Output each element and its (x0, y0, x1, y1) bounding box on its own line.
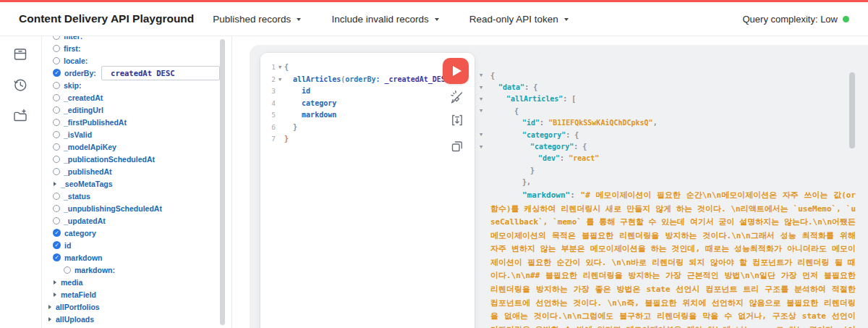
explorer-field-metafield[interactable]: metaField (42, 288, 220, 300)
prettify-icon[interactable] (449, 89, 465, 105)
explorer-field-publishedat[interactable]: _publishedAt (42, 165, 220, 177)
explorer-field-isvalid[interactable]: _isValid (42, 128, 220, 140)
code-token: allArticles (284, 74, 341, 86)
explorer-field-updatedat[interactable]: _updatedAt (42, 214, 220, 227)
json-key: "id" (522, 119, 540, 127)
radio-icon[interactable] (53, 131, 60, 138)
menu-include-invalid-records[interactable]: Include invalid records (331, 14, 438, 25)
panel-divider (231, 36, 232, 328)
json-punct: } (530, 167, 535, 174)
explorer-arg-skip[interactable]: skip: (42, 79, 220, 91)
explorer-field-publicationscheduledat[interactable]: _publicationScheduledAt (42, 153, 220, 165)
fold-spacer (276, 98, 284, 110)
explorer-field-editingurl[interactable]: _editingUrl (42, 104, 220, 116)
fold-arrow-icon[interactable]: ▼ (480, 72, 490, 78)
menu-api-token[interactable]: Read-only API token (469, 14, 569, 25)
explorer-field-id[interactable]: ✓id (42, 239, 220, 251)
explorer-arg-markdown[interactable]: markdown: (42, 264, 220, 276)
field-label: _seoMetaTags (61, 180, 113, 188)
radio-icon[interactable] (53, 193, 60, 200)
explorer-field-modelapikey[interactable]: _modelApiKey (42, 140, 220, 153)
explorer-arg-locale[interactable]: locale: (42, 54, 220, 67)
radio-icon[interactable] (53, 168, 60, 175)
menu-published-records[interactable]: Published records (213, 14, 301, 25)
checked-radio-icon[interactable]: ✓ (53, 69, 61, 77)
json-punct: [ (571, 95, 576, 103)
explorer-field-article[interactable]: article (42, 325, 220, 328)
merge-fragments-icon[interactable] (449, 112, 465, 128)
json-key: "allArticles" (506, 95, 563, 103)
query-editor-card[interactable]: 1▼{ 2▼ allArticles(orderBy: _createdAt_D… (260, 53, 475, 328)
expand-arrow-icon[interactable] (54, 293, 56, 297)
radio-icon[interactable] (53, 217, 60, 224)
fold-arrow-icon[interactable]: ▼ (276, 62, 284, 74)
chevron-down-icon (435, 18, 439, 21)
markdown-value-block: "markdown": "# 메모이제이션이 필요한 순간\n\n메모이제이션은… (490, 189, 856, 328)
fold-spacer (276, 85, 284, 98)
explorer-field-firstpublishedat[interactable]: _firstPublishedAt (42, 116, 220, 128)
history-icon[interactable] (12, 77, 28, 93)
checked-radio-icon[interactable]: ✓ (53, 241, 61, 249)
json-punct: { (574, 131, 579, 139)
saved-queries-folder-icon[interactable] (12, 108, 28, 124)
explorer-field-alluploads[interactable]: allUploads (42, 313, 220, 325)
fold-arrow-icon[interactable]: ▼ (480, 108, 490, 114)
editor-line: 7} (260, 133, 475, 146)
response-viewer: ▼{ ▼"data": { ▼"allArticles": [ ▼{ "id":… (480, 70, 857, 328)
fold-arrow-icon[interactable]: ▼ (480, 144, 490, 150)
radio-icon[interactable] (53, 82, 60, 89)
radio-icon[interactable] (53, 45, 60, 52)
code-token: } (284, 122, 297, 134)
explorer-field-createdat[interactable]: _createdAt (42, 91, 220, 104)
explorer-field-allportfolios[interactable]: allPortfolios (42, 300, 220, 313)
explorer-field-unpublishingscheduledat[interactable]: _unpublishingScheduledAt (42, 202, 220, 214)
explorer-field-media[interactable]: media (42, 276, 220, 288)
fold-arrow-icon[interactable]: ▼ (480, 132, 490, 138)
explorer-field-status[interactable]: _status (42, 190, 220, 202)
fold-arrow-icon[interactable]: ▼ (480, 96, 490, 102)
left-rail (0, 36, 42, 328)
expand-arrow-icon[interactable] (48, 317, 51, 321)
radio-icon[interactable] (53, 106, 60, 114)
explorer-field-seometatags[interactable]: _seoMetaTags (42, 177, 220, 190)
radio-icon[interactable] (53, 94, 60, 101)
fold-arrow-icon[interactable]: ▼ (276, 74, 284, 86)
code-token: } (284, 133, 289, 146)
explorer-arg-first[interactable]: first: (42, 42, 220, 54)
radio-icon[interactable] (53, 205, 60, 212)
docs-explorer-icon[interactable] (12, 46, 28, 62)
radio-icon[interactable] (53, 156, 60, 163)
radio-icon[interactable] (53, 119, 60, 126)
expand-arrow-icon[interactable] (48, 305, 51, 309)
expand-arrow-icon[interactable] (54, 280, 56, 285)
execute-query-button[interactable] (443, 58, 469, 84)
explorer-scrollbar[interactable] (220, 39, 225, 325)
copy-query-icon[interactable] (449, 138, 465, 154)
code-token: markdown (284, 109, 336, 122)
checked-radio-icon[interactable]: ✓ (53, 229, 61, 237)
radio-icon[interactable] (53, 57, 60, 64)
menu-label: Read-only API token (469, 14, 558, 25)
json-row: ▼{ (480, 70, 857, 81)
explorer-field-category[interactable]: ✓category (42, 227, 220, 239)
response-scrollbar[interactable] (849, 72, 855, 148)
code-token: category (284, 98, 336, 110)
radio-icon[interactable] (64, 266, 71, 274)
explorer-arg-filter[interactable]: filter: (42, 36, 220, 42)
checked-radio-icon[interactable]: ✓ (53, 253, 61, 261)
json-punct: : (574, 143, 582, 151)
fold-arrow-icon[interactable]: ▼ (480, 85, 490, 91)
query-complexity: Query complexity: Low (743, 14, 850, 25)
orderby-value-input[interactable] (101, 66, 220, 80)
line-number: 1 (260, 62, 276, 74)
json-punct: { (582, 143, 587, 151)
expand-arrow-icon[interactable] (54, 182, 56, 186)
explorer-arg-orderby[interactable]: ✓ orderBy: (42, 67, 220, 79)
explorer-field-markdown[interactable]: ✓markdown (42, 251, 220, 264)
line-number: 4 (260, 98, 276, 110)
json-key: "data" (498, 83, 524, 91)
json-row: ▼"category": { (480, 129, 857, 140)
radio-icon[interactable] (53, 143, 60, 151)
radio-icon[interactable] (53, 36, 60, 40)
play-icon (453, 66, 461, 76)
